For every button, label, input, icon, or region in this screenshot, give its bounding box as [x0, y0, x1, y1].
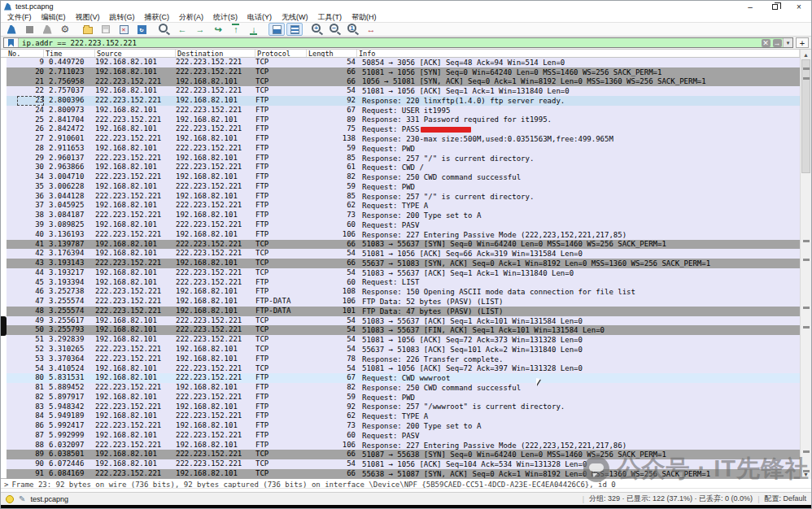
packet-row[interactable]: 815.889452222.223.152.221192.168.82.101F…: [7, 383, 800, 393]
capture-comment-icon[interactable]: ✎: [19, 494, 25, 503]
details-expander-icon[interactable]: >: [4, 481, 8, 488]
go-to-packet-icon[interactable]: ↪: [210, 23, 226, 36]
packet-row[interactable]: 423.176394192.168.82.101222.223.152.221T…: [7, 249, 800, 259]
column-header-source[interactable]: Source: [95, 50, 176, 57]
packet-row[interactable]: 413.139787192.168.82.101222.223.152.221T…: [7, 240, 800, 250]
packet-row[interactable]: 393.089825192.168.82.101222.223.152.221F…: [7, 220, 800, 230]
packet-row[interactable]: 493.255617192.168.82.101222.223.152.221T…: [7, 316, 800, 326]
packet-row[interactable]: 825.897917192.168.82.101222.223.152.221F…: [7, 393, 800, 402]
restart-capture-icon[interactable]: [39, 23, 55, 36]
packet-row[interactable]: 875.992999192.168.82.101222.223.152.221F…: [7, 431, 800, 441]
filter-dropdown-button[interactable]: ▾: [783, 38, 792, 47]
packet-row[interactable]: 865.992417222.223.152.221192.168.82.101F…: [7, 421, 800, 431]
packet-row[interactable]: 533.370364222.223.152.221192.168.82.101F…: [7, 355, 800, 364]
packet-row[interactable]: 282.911653192.168.82.101222.223.152.221F…: [7, 144, 800, 154]
go-last-packet-icon[interactable]: ↓: [246, 23, 262, 36]
reload-file-icon[interactable]: ↻: [133, 23, 150, 36]
taskbar-strip: [1, 505, 811, 509]
menu-item[interactable]: 工具(T): [313, 12, 347, 23]
menu-item[interactable]: 帮助(H): [347, 12, 382, 23]
capture-options-icon[interactable]: ⚙: [57, 23, 73, 36]
packet-row[interactable]: 272.910601222.223.152.221192.168.82.101F…: [7, 134, 800, 144]
menu-item[interactable]: 视图(V): [71, 12, 105, 23]
filter-bar: ip.addr == 222.223.152.221 ✕ → ▾ +: [1, 37, 811, 49]
colorize-icon[interactable]: [286, 23, 303, 36]
packet-row[interactable]: 433.193143222.223.152.221192.168.82.101T…: [7, 259, 800, 268]
resize-columns-icon[interactable]: ↔: [363, 23, 379, 36]
menu-item[interactable]: 电话(Y): [242, 12, 277, 23]
packet-row[interactable]: 302.963866192.168.82.101222.223.152.221F…: [7, 163, 800, 172]
filter-input[interactable]: ip.addr == 222.223.152.221: [19, 38, 760, 47]
packet-row[interactable]: 262.842472192.168.82.101222.223.152.221F…: [7, 124, 800, 134]
profile-selector[interactable]: 配置: Default: [764, 494, 806, 504]
packet-row[interactable]: 353.006228192.168.82.101222.223.152.221F…: [7, 182, 800, 192]
packet-row[interactable]: 503.255793192.168.82.101222.223.152.221T…: [7, 325, 800, 335]
column-header-protocol[interactable]: Protocol: [255, 50, 307, 57]
column-header-time[interactable]: Time: [44, 50, 95, 57]
minimap-mark: [803, 307, 810, 309]
vertical-scrollbar[interactable]: ▲ ▼: [800, 50, 811, 479]
packet-row[interactable]: 242.800973192.168.82.101222.223.152.221F…: [7, 106, 800, 115]
go-back-icon[interactable]: ←: [174, 23, 190, 36]
packet-row[interactable]: 232.800396222.223.152.221192.168.82.101F…: [7, 96, 800, 106]
save-file-icon[interactable]: [98, 23, 114, 36]
packet-row[interactable]: 252.841704222.223.152.221192.168.82.101F…: [7, 115, 800, 125]
packet-row[interactable]: 212.756958222.223.152.221192.168.82.101T…: [7, 77, 800, 87]
packet-row[interactable]: 383.084187222.223.152.221192.168.82.101F…: [7, 211, 800, 220]
packet-row[interactable]: 90.449720192.168.82.101222.223.152.221TC…: [7, 58, 800, 67]
zoom-100-icon[interactable]: 1: [345, 23, 361, 36]
menu-item[interactable]: 捕获(C): [140, 12, 175, 23]
packet-row[interactable]: 483.255574222.223.152.221192.168.82.101F…: [7, 307, 800, 316]
packet-row[interactable]: 835.948342222.223.152.221192.168.82.101F…: [7, 402, 800, 412]
filter-add-button[interactable]: +: [796, 37, 809, 48]
column-header-info[interactable]: Info: [357, 50, 800, 57]
menu-item[interactable]: 统计(S): [208, 12, 242, 23]
packet-row[interactable]: 543.410524192.168.82.101222.223.152.221T…: [7, 364, 800, 374]
find-packet-icon[interactable]: [156, 23, 172, 36]
filter-bookmark-button[interactable]: [4, 38, 19, 47]
restore-icon: [772, 4, 778, 10]
packet-row[interactable]: 373.045925192.168.82.101222.223.152.221F…: [7, 201, 800, 211]
column-header-destination[interactable]: Destination: [176, 50, 255, 57]
packet-row[interactable]: 513.292839192.168.82.101222.223.152.221T…: [7, 335, 800, 345]
packet-row[interactable]: 473.255574222.223.152.221192.168.82.101F…: [7, 297, 800, 307]
close-file-icon[interactable]: ✕: [116, 23, 132, 36]
menu-item[interactable]: 编辑(E): [37, 12, 71, 23]
packet-row[interactable]: 523.310265222.223.152.221192.168.82.101T…: [7, 345, 800, 355]
packet-row[interactable]: 463.252738222.223.152.221192.168.82.101F…: [7, 287, 800, 297]
packet-row[interactable]: 453.193394192.168.82.101222.223.152.221F…: [7, 278, 800, 288]
go-forward-icon[interactable]: →: [192, 23, 208, 36]
column-header-no[interactable]: No.: [7, 50, 44, 57]
packet-row[interactable]: 845.949189192.168.82.101222.223.152.221F…: [7, 411, 800, 421]
packet-row[interactable]: 443.193217192.168.82.101222.223.152.221T…: [7, 268, 800, 278]
auto-scroll-icon[interactable]: [268, 23, 285, 36]
packet-row[interactable]: 363.044128222.223.152.221192.168.82.101F…: [7, 192, 800, 202]
menu-item[interactable]: 分析(A): [174, 12, 208, 23]
restore-button[interactable]: [762, 1, 787, 12]
column-header-length[interactable]: Length: [307, 50, 357, 57]
packet-row[interactable]: 292.960137222.223.152.221192.168.82.101F…: [7, 154, 800, 163]
open-file-icon[interactable]: [80, 23, 96, 36]
packet-row[interactable]: 343.004710222.223.152.221192.168.82.101F…: [7, 172, 800, 182]
menu-item[interactable]: 无线(W): [277, 12, 313, 23]
close-button[interactable]: ×: [787, 1, 811, 12]
start-capture-icon[interactable]: [3, 23, 20, 36]
menu-item[interactable]: 跳转(G): [105, 12, 140, 23]
minimap-mark: [803, 326, 810, 328]
go-first-packet-icon[interactable]: ↑: [228, 23, 244, 36]
packet-row[interactable]: 222.757037192.168.82.101222.223.152.221T…: [7, 86, 800, 96]
packet-row[interactable]: 886.032097222.223.152.221192.168.82.101F…: [7, 441, 800, 450]
minimize-button[interactable]: –: [738, 1, 762, 12]
zoom-out-icon[interactable]: −: [327, 23, 343, 36]
expert-info-icon[interactable]: [6, 495, 14, 503]
filter-clear-button[interactable]: ✕: [760, 38, 771, 47]
stop-capture-icon[interactable]: [21, 23, 37, 36]
packet-row[interactable]: 805.831531192.168.82.101222.223.152.221F…: [7, 373, 800, 383]
menu-item[interactable]: 文件(F): [2, 12, 37, 23]
filter-apply-button[interactable]: →: [771, 38, 783, 47]
zoom-in-icon[interactable]: +: [309, 23, 325, 36]
bookmark-icon: [8, 39, 14, 47]
packet-row[interactable]: 202.711023192.168.82.101222.223.152.221T…: [7, 67, 800, 77]
scroll-up-arrow-icon[interactable]: ▲: [801, 50, 811, 59]
packet-row[interactable]: 403.136193222.223.152.221192.168.82.101F…: [7, 230, 800, 240]
